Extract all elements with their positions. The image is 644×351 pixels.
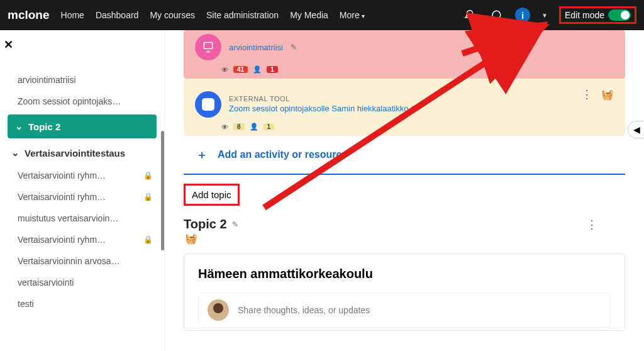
scrollbar-thumb[interactable]: [161, 131, 164, 250]
brand-logo[interactable]: mclone: [8, 8, 50, 22]
sidebar-item-zoom[interactable]: Zoom sessiot opintojaks…: [4, 91, 160, 112]
nav-mycourses[interactable]: My courses: [150, 10, 195, 20]
post-placeholder: Share thoughts, ideas, or updates: [238, 305, 370, 315]
basket-icon[interactable]: 🧺: [601, 89, 614, 101]
close-sidebar-icon[interactable]: ✕: [4, 38, 13, 52]
badge-count: 1: [264, 123, 275, 130]
person-icon: 👤: [250, 123, 258, 131]
user-avatar-icon: [208, 299, 229, 321]
chat-icon[interactable]: [489, 8, 504, 23]
lock-icon: 🔒: [143, 235, 153, 244]
badge-count: 8: [233, 123, 245, 130]
eye-icon: 👁: [221, 123, 228, 131]
editmode-label: Edit mode: [565, 10, 604, 20]
nav-more[interactable]: More: [340, 10, 365, 20]
sidebar-topic2-label: Topic 2: [28, 121, 60, 132]
add-activity-label: Add an activity or resource: [218, 149, 347, 160]
sidebar-item[interactable]: vertaisarviointi: [4, 272, 160, 293]
kebab-menu-icon[interactable]: ⋮: [586, 218, 597, 231]
sidebar-item[interactable]: testi: [4, 293, 160, 315]
lock-icon: 🔒: [143, 171, 153, 180]
course-index-sidebar: ✕ arviointimatriisi Zoom sessiot opintoj…: [0, 30, 165, 351]
badge-count: 41: [233, 66, 248, 73]
activity-type-label: EXTERNAL TOOL: [229, 95, 418, 103]
activity-zoom: EXTERNAL TOOL Zoom sessiot opintojaksoll…: [184, 79, 625, 136]
sidebar-topic2[interactable]: ⌄ Topic 2: [8, 114, 157, 138]
main-content: arviointimatriisi ✎ 👁 41 👤 1 EXTERNAL TO…: [165, 30, 644, 351]
bell-icon[interactable]: [462, 8, 477, 23]
sidebar-group-label: Vertaisarviointitestaus: [25, 148, 125, 159]
sidebar-item[interactable]: Vertaisarviointi ryhm…🔒: [4, 165, 160, 186]
eye-icon: 👁: [221, 66, 228, 74]
activity-link[interactable]: arviointimatriisi: [229, 43, 283, 52]
sidebar-item-arviointimatriisi[interactable]: arviointimatriisi: [4, 69, 160, 91]
chevron-down-icon: ⌄: [11, 147, 19, 159]
sidebar-item[interactable]: Vertaisarvioinnin arvosa…: [4, 250, 160, 272]
user-menu-caret-icon[interactable]: ▼: [541, 12, 548, 19]
top-navbar: mclone Home Dashboard My courses Site ad…: [0, 0, 644, 30]
add-activity-button[interactable]: ＋ Add an activity or resource: [184, 136, 625, 174]
nav-mymedia[interactable]: My Media: [290, 10, 328, 20]
pencil-icon[interactable]: ✎: [411, 104, 418, 113]
externaltool-icon: [195, 91, 221, 118]
kebab-menu-icon[interactable]: ⋮: [581, 87, 592, 101]
editmode-highlight: Edit mode: [559, 6, 636, 24]
sidebar-vertaisarviointitestaus[interactable]: ⌄ Vertaisarviointitestaus: [4, 141, 160, 165]
activity-link[interactable]: Zoom sessiot opintojaksolle Samin hiekka…: [229, 104, 408, 113]
activity-arviointimatriisi: arviointimatriisi ✎ 👁 41 👤 1: [184, 30, 625, 79]
plus-icon: ＋: [196, 147, 208, 162]
post-composer[interactable]: Share thoughts, ideas, or updates: [198, 292, 611, 328]
pencil-icon[interactable]: ✎: [232, 220, 238, 229]
pencil-icon[interactable]: ✎: [291, 43, 297, 52]
user-avatar-icon[interactable]: i: [515, 8, 530, 23]
section-divider: [184, 174, 625, 175]
lock-icon: 🔒: [143, 192, 153, 201]
sidebar-item[interactable]: Vertaisarviointi ryhm…🔒: [4, 186, 160, 208]
forum-title: Hämeen ammattikorkeakoulu: [198, 267, 611, 281]
forum-card: Hämeen ammattikorkeakoulu Share thoughts…: [184, 254, 625, 331]
drawer-toggle-icon[interactable]: ◀: [628, 121, 644, 138]
sidebar-item[interactable]: muistutus vertaisarvioin…: [4, 208, 160, 229]
basket-icon[interactable]: 🧺: [184, 233, 625, 245]
topic-heading: Topic 2: [184, 217, 227, 231]
nav-dashboard[interactable]: Dashboard: [96, 10, 139, 20]
nav-siteadmin[interactable]: Site administration: [206, 10, 279, 20]
add-topic-button[interactable]: Add topic: [184, 184, 240, 206]
person-icon: 👤: [253, 65, 262, 74]
chevron-down-icon: ⌄: [15, 121, 23, 132]
sidebar-item[interactable]: Vertaisarviointi ryhm…🔒: [4, 229, 160, 250]
workshop-icon: [195, 34, 221, 60]
nav-home[interactable]: Home: [61, 10, 84, 20]
editmode-toggle[interactable]: [608, 9, 631, 21]
badge-count: 1: [267, 66, 278, 73]
svg-rect-0: [204, 43, 212, 49]
